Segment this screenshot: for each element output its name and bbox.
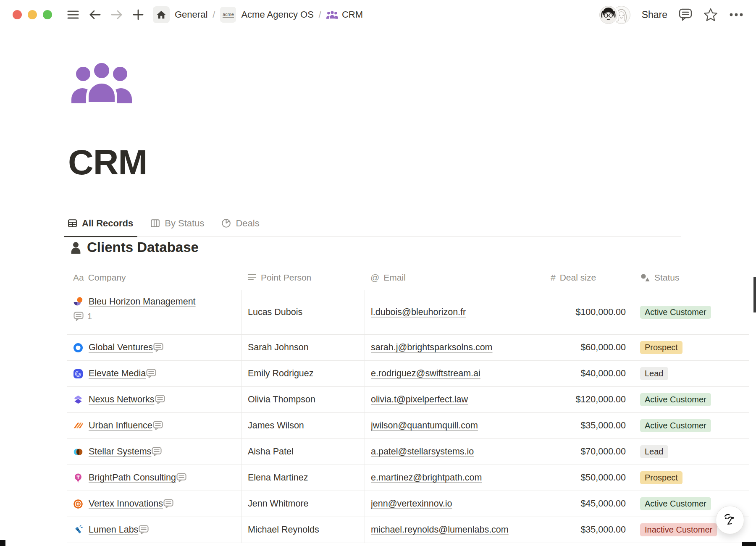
comment-count[interactable]: [151, 447, 165, 457]
email-link[interactable]: e.martinez@brightpath.com: [371, 472, 482, 483]
company-cell[interactable]: Elevate Media: [67, 361, 242, 386]
status-cell[interactable]: Prospect: [634, 335, 749, 360]
share-button[interactable]: Share: [642, 9, 667, 21]
breadcrumb-general[interactable]: General: [175, 9, 207, 20]
zoom-window-button[interactable]: [43, 10, 52, 19]
comment-count[interactable]: [155, 395, 169, 404]
email-cell[interactable]: olivia.t@pixelperfect.law: [365, 387, 545, 412]
company-cell[interactable]: Nexus Networks: [67, 387, 242, 412]
comment-count[interactable]: 1: [73, 312, 92, 321]
deal-size-cell[interactable]: $35,000.00: [545, 517, 634, 543]
email-link[interactable]: sarah.j@brightsparksolns.com: [371, 342, 493, 353]
scrollbar-thumb[interactable]: [753, 277, 756, 312]
company-link[interactable]: Global Ventures: [89, 342, 153, 353]
deal-size-cell[interactable]: $50,000.00: [545, 465, 634, 491]
table-row[interactable]: BrightPath Consulting Elena Martinez e.m…: [67, 465, 749, 491]
comment-count[interactable]: [176, 473, 190, 483]
table-row[interactable]: Bleu Horizon Management 1 Lucas Dubois l…: [67, 290, 749, 334]
status-cell[interactable]: Lead: [634, 439, 749, 465]
email-cell[interactable]: jwilson@quantumquill.com: [365, 413, 545, 438]
company-cell[interactable]: Global Ventures: [67, 335, 242, 360]
workspace-logo-icon[interactable]: acme: [220, 7, 236, 23]
avatar[interactable]: [599, 6, 617, 24]
page-icon-people[interactable]: [71, 61, 133, 107]
status-cell[interactable]: Prospect: [634, 465, 749, 491]
table-row[interactable]: Global Ventures Sarah Johnson sarah.j@br…: [67, 334, 749, 360]
comment-count[interactable]: [146, 369, 160, 378]
email-cell[interactable]: jenn@vertexinnov.io: [365, 491, 545, 517]
company-cell[interactable]: Bleu Horizon Management 1: [67, 290, 242, 334]
tab-deals[interactable]: Deals: [221, 210, 259, 236]
comment-count[interactable]: [163, 499, 177, 509]
point-person-cell[interactable]: Michael Reynolds: [242, 517, 365, 543]
deal-size-cell[interactable]: $70,000.00: [545, 439, 634, 465]
column-header-email[interactable]: @ Email: [365, 265, 545, 290]
tab-all-records[interactable]: All Records: [67, 210, 133, 236]
column-header-point-person[interactable]: Point Person: [242, 265, 365, 290]
comment-count[interactable]: [138, 525, 152, 535]
comment-count[interactable]: [153, 343, 167, 352]
company-link[interactable]: Lumen Labs: [89, 525, 138, 535]
table-row[interactable]: Nexus Networks Olivia Thompson olivia.t@…: [67, 386, 749, 412]
email-cell[interactable]: sarah.j@brightsparksolns.com: [365, 335, 545, 360]
email-cell[interactable]: a.patel@stellarsystems.io: [365, 439, 545, 465]
comments-icon[interactable]: [679, 8, 692, 21]
status-cell[interactable]: Active Customer: [634, 290, 749, 334]
status-cell[interactable]: Active Customer: [634, 387, 749, 412]
column-header-status[interactable]: Status: [634, 265, 749, 290]
point-person-cell[interactable]: Sarah Johnson: [242, 335, 365, 360]
point-person-cell[interactable]: Emily Rodriguez: [242, 361, 365, 386]
email-cell[interactable]: michael.reynolds@lumenlabs.com: [365, 517, 545, 543]
back-arrow-icon[interactable]: [89, 9, 101, 20]
point-person-cell[interactable]: Elena Martinez: [242, 465, 365, 491]
column-header-deal-size[interactable]: # Deal size: [545, 265, 634, 290]
email-link[interactable]: jenn@vertexinnov.io: [371, 499, 452, 509]
forward-arrow-icon[interactable]: [110, 9, 123, 20]
email-link[interactable]: a.patel@stellarsystems.io: [371, 446, 474, 457]
company-link[interactable]: Stellar Systems: [89, 446, 151, 457]
email-cell[interactable]: e.rodriguez@swiftstream.ai: [365, 361, 545, 386]
close-window-button[interactable]: [13, 10, 22, 19]
company-cell[interactable]: Urban Influence: [67, 413, 242, 438]
minimize-window-button[interactable]: [28, 10, 37, 19]
breadcrumb-page[interactable]: CRM: [326, 9, 363, 20]
email-link[interactable]: l.dubois@bleuhorizon.fr: [371, 307, 466, 318]
company-link[interactable]: Bleu Horizon Management: [89, 297, 196, 307]
point-person-cell[interactable]: Jenn Whitmore: [242, 491, 365, 517]
email-link[interactable]: jwilson@quantumquill.com: [371, 420, 478, 431]
status-cell[interactable]: Active Customer: [634, 413, 749, 438]
company-link[interactable]: Elevate Media: [89, 368, 146, 379]
hamburger-icon[interactable]: [67, 10, 79, 20]
deal-size-cell[interactable]: $45,000.00: [545, 491, 634, 517]
more-options-icon[interactable]: [729, 13, 743, 17]
column-header-company[interactable]: Aa Company: [67, 265, 242, 290]
company-cell[interactable]: BrightPath Consulting: [67, 465, 242, 491]
email-link[interactable]: olivia.t@pixelperfect.law: [371, 394, 468, 405]
new-page-plus-icon[interactable]: [132, 9, 144, 21]
notion-ai-button[interactable]: [716, 506, 744, 534]
point-person-cell[interactable]: Lucas Dubois: [242, 290, 365, 334]
email-link[interactable]: michael.reynolds@lumenlabs.com: [371, 525, 509, 535]
table-row[interactable]: Stellar Systems Aisha Patel a.patel@stel…: [67, 438, 749, 465]
point-person-cell[interactable]: James Wilson: [242, 413, 365, 438]
company-cell[interactable]: Stellar Systems: [67, 439, 242, 465]
table-row[interactable]: Urban Influence James Wilson jwilson@qua…: [67, 412, 749, 438]
company-link[interactable]: Urban Influence: [89, 420, 152, 431]
comment-count[interactable]: [152, 421, 167, 430]
company-cell[interactable]: Lumen Labs: [67, 517, 242, 543]
company-link[interactable]: Nexus Networks: [89, 394, 155, 405]
deal-size-cell[interactable]: $40,000.00: [545, 361, 634, 386]
point-person-cell[interactable]: Olivia Thompson: [242, 387, 365, 412]
breadcrumb-workspace[interactable]: Acme Agency OS: [241, 9, 313, 20]
email-cell[interactable]: l.dubois@bleuhorizon.fr: [365, 290, 545, 334]
point-person-cell[interactable]: Aisha Patel: [242, 439, 365, 465]
deal-size-cell[interactable]: $35,000.00: [545, 413, 634, 438]
email-link[interactable]: e.rodriguez@swiftstream.ai: [371, 368, 480, 379]
email-cell[interactable]: e.martinez@brightpath.com: [365, 465, 545, 491]
table-row[interactable]: Vertex Innovations Jenn Whitmore jenn@ve…: [67, 491, 749, 517]
company-link[interactable]: Vertex Innovations: [89, 499, 163, 509]
table-row[interactable]: Lumen Labs Michael Reynolds michael.reyn…: [67, 517, 749, 543]
tab-by-status[interactable]: By Status: [150, 210, 204, 236]
favorite-star-icon[interactable]: [704, 8, 718, 21]
company-link[interactable]: BrightPath Consulting: [89, 472, 176, 483]
